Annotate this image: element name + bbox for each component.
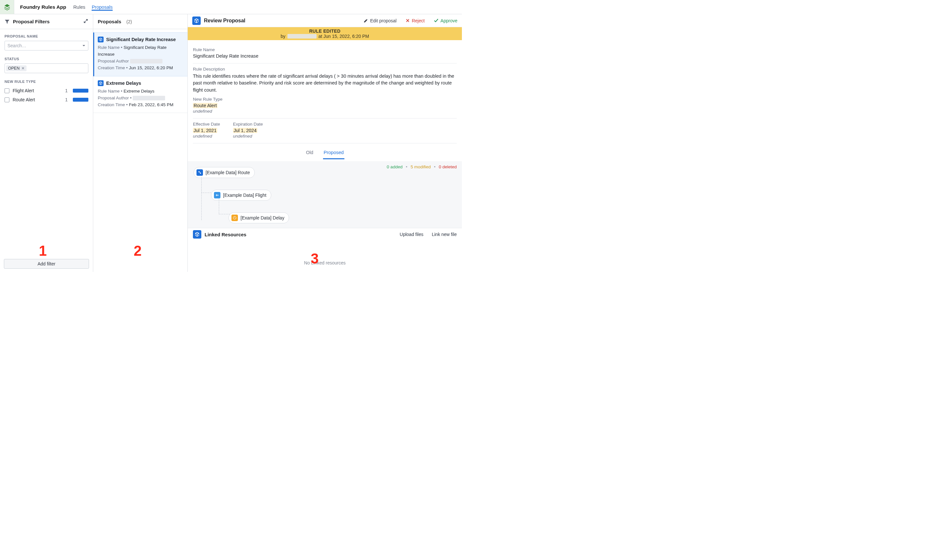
proposal-name-search[interactable]: Search… [5, 41, 88, 51]
close-icon [406, 18, 410, 23]
tree-node-route[interactable]: [Example Data] Route [194, 167, 456, 178]
effective-undefined: undefined [193, 134, 220, 138]
expiration-date-value: Jul 1, 2024 [233, 128, 257, 133]
reject-button[interactable]: Reject [406, 18, 425, 23]
subtab-proposed[interactable]: Proposed [323, 147, 345, 159]
stack-icon [3, 3, 11, 11]
link-new-file-button[interactable]: Link new file [432, 232, 457, 237]
pencil-icon [363, 18, 368, 23]
check-icon [434, 18, 439, 23]
chevron-down-icon [82, 43, 85, 48]
proposal-card[interactable]: Extreme Delays Rule Name • Extreme Delay… [93, 76, 188, 113]
proposals-list-title: Proposals [98, 19, 122, 24]
status-chip-open[interactable]: OPEN ✕ [6, 65, 26, 71]
expiration-date-label: Expiration Date [233, 122, 263, 126]
add-filter-button[interactable]: Add filter [4, 259, 89, 269]
proposal-title: Significant Delay Rate Increase [106, 37, 176, 42]
proposals-count: (2) [126, 19, 132, 24]
tree-node-flight[interactable]: [Example Data] Flight [211, 190, 456, 201]
expiration-undefined: undefined [233, 134, 263, 138]
linked-resources-title: Linked Resources [205, 232, 246, 237]
rule-type-route-alert[interactable]: Route Alert 1 [5, 95, 88, 104]
checkbox-icon[interactable] [5, 88, 9, 93]
data-tree-area: 0 added • 5 modified • 0 deleted [Exampl… [188, 161, 462, 228]
new-rule-type-undefined: undefined [193, 109, 457, 114]
rule-edited-banner: RULE EDITED by at Jun 15, 2022, 6:20 PM [188, 27, 462, 40]
count-bar [73, 98, 88, 102]
tree-node-delay[interactable]: [Example Data] Delay [229, 212, 456, 223]
tab-proposals[interactable]: Proposals [92, 3, 112, 11]
cube-icon [98, 80, 103, 86]
app-logo [0, 0, 14, 14]
new-rule-type-label: New Rule Type [193, 97, 457, 102]
no-linked-resources: No Linked resources [188, 241, 462, 272]
rule-type-label: NEW RULE TYPE [5, 80, 88, 83]
collapse-icon[interactable] [83, 18, 88, 25]
redacted-author [288, 34, 317, 38]
svg-rect-0 [216, 195, 219, 195]
approve-button[interactable]: Approve [434, 18, 457, 23]
rule-type-flight-alert[interactable]: Flight Alert 1 [5, 86, 88, 95]
status-input[interactable]: OPEN ✕ [5, 63, 88, 73]
edit-proposal-button[interactable]: Edit proposal [363, 18, 397, 23]
review-panel: Review Proposal Edit proposal Reject App… [188, 14, 462, 272]
effective-date-value: Jul 1, 2021 [193, 128, 217, 133]
rule-name-value: Significant Delay Rate Increase [193, 54, 457, 58]
cube-icon [98, 37, 103, 42]
checkbox-icon[interactable] [5, 97, 9, 102]
redacted-author [130, 59, 163, 63]
effective-date-label: Effective Date [193, 122, 220, 126]
tab-rules[interactable]: Rules [73, 3, 85, 11]
rule-desc-label: Rule Description [193, 67, 457, 72]
search-placeholder: Search… [8, 43, 26, 48]
proposals-list-panel: Proposals (2) Significant Delay Rate Inc… [93, 14, 188, 272]
svg-rect-1 [217, 194, 217, 196]
top-bar: Foundry Rules App Rules Proposals [0, 0, 462, 14]
count-bar [73, 89, 88, 92]
rule-name-label: Rule Name [193, 47, 457, 52]
cube-icon [193, 230, 202, 238]
filters-title: Proposal Filters [13, 19, 49, 24]
rule-desc-value: This rule identifies routes where the ra… [193, 73, 457, 93]
app-title: Foundry Rules App [20, 4, 66, 10]
review-title: Review Proposal [204, 18, 245, 24]
flight-icon [214, 192, 220, 198]
filter-icon [5, 19, 10, 24]
close-icon[interactable]: ✕ [22, 66, 25, 71]
subtab-old[interactable]: Old [305, 147, 314, 159]
route-icon [197, 169, 203, 176]
upload-files-button[interactable]: Upload files [400, 232, 423, 237]
proposal-card[interactable]: Significant Delay Rate Increase Rule Nam… [93, 32, 188, 76]
proposal-name-label: PROPOSAL NAME [5, 34, 88, 38]
proposal-title: Extreme Delays [106, 81, 141, 86]
filters-panel: Proposal Filters PROPOSAL NAME Search… S… [0, 14, 93, 272]
cube-icon [192, 17, 201, 25]
delay-icon [231, 215, 238, 221]
status-label: STATUS [5, 57, 88, 61]
redacted-author [133, 96, 165, 100]
new-rule-type-value: Route Alert [193, 103, 217, 108]
